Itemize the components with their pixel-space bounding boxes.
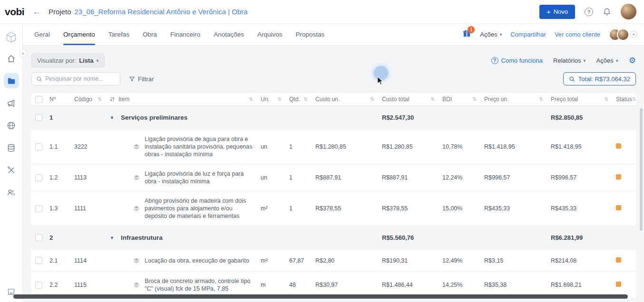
row-checkbox[interactable] [35,205,42,212]
table-row[interactable]: 1.3 1111 Abrigo provisório de madeira co… [31,191,636,226]
tab-financeiro[interactable]: Financeiro [170,24,200,45]
search-box[interactable] [31,72,120,85]
status-badge[interactable] [616,282,621,287]
ver-como-cliente-link[interactable]: Ver como cliente [555,31,600,38]
tabbar: Geral Orçamento Tarefas Obra Financeiro … [23,24,644,46]
chevron-down-icon: ▾ [584,58,586,63]
row-checkbox[interactable] [35,234,42,241]
row-custo-un: R$30,97 [312,275,378,294]
acoes-toolbar-dropdown[interactable]: Ações ▾ [596,57,618,64]
horizontal-scrollbar[interactable] [13,294,628,299]
collapse-icon[interactable]: ▼ [110,114,114,122]
sort-lines-icon[interactable] [109,96,115,102]
group-num: 2 [46,228,70,247]
acoes-dropdown[interactable]: Ações ▾ [480,31,502,38]
table-row[interactable]: 1.2 1113 Ligação provisória de luz e for… [31,164,636,191]
gear-icon[interactable]: ⚙ [629,57,636,65]
gift-icon[interactable]: 1 [462,29,471,40]
total-button[interactable]: Total: R$73.064,32 [563,72,636,85]
sort-icon[interactable]: ⇅ [98,95,102,103]
add-member-button[interactable]: + [630,31,637,38]
tab-orcamento[interactable]: Orçamento [63,24,95,45]
row-checkbox[interactable] [35,143,42,151]
row-num: 1.2 [46,168,70,187]
filtrar-button[interactable]: Filtrar [129,76,154,83]
row-custo-total: R$378,55 [378,199,439,218]
search-input[interactable] [45,76,116,82]
row-bdi: 14,25% [439,275,480,294]
sort-icon[interactable]: ⇅ [278,95,282,103]
back-button[interactable]: ← [32,7,41,17]
finances-icon[interactable] [4,140,19,155]
help-icon[interactable]: ? [585,8,593,16]
row-custo-un: R$378,55 [312,199,378,218]
sort-icon[interactable]: ⇅ [539,95,543,103]
status-badge[interactable] [616,205,621,210]
select-all-checkbox[interactable] [35,96,42,103]
row-un: un [257,168,285,187]
row-preco-total: R$1.418,95 [547,137,612,156]
sort-icon[interactable]: ⇅ [304,95,308,103]
row-num: 1.1 [46,137,70,156]
row-checkbox[interactable] [35,114,42,121]
col-un: Un.⇅ [257,95,285,103]
sort-icon[interactable]: ⇅ [632,95,636,103]
collapse-icon[interactable]: ▼ [110,234,114,242]
group-name: Serviços preliminares [121,114,187,122]
table-header-row: Nº Código⇅ Item ⇅ Un.⇅ Qtd.⇅ Custo un.⇅ … [31,93,636,106]
team-icon[interactable] [4,185,19,200]
row-custo-un: R$2,80 [312,251,378,270]
sort-icon[interactable]: ⇅ [431,95,435,103]
projects-folder-icon[interactable] [4,73,19,88]
row-bdi: 15,00% [439,199,480,218]
member-avatars[interactable]: + [609,28,637,41]
home-icon[interactable] [4,51,19,66]
row-custo-total: R$1.486,44 [378,275,439,294]
col-custo-total: Custo total⇅ [378,95,439,103]
layers-icon [133,143,140,150]
workspace-icon[interactable] [4,28,19,44]
sort-icon[interactable]: ⇅ [371,95,374,103]
new-button[interactable]: + Novo [539,5,575,19]
tab-anotacoes[interactable]: Anotações [214,24,244,45]
magnifier-icon [569,76,575,82]
tab-obra[interactable]: Obra [143,24,157,45]
group-row[interactable]: 1 ▼ Serviços preliminares R$2.547,30 R$2… [31,106,636,130]
sort-icon[interactable]: ⇅ [249,95,253,103]
col-preco-un: Preço un.⇅ [480,95,547,103]
group-row[interactable]: 2 ▼ Infraestrutura R$5.560,76 R$6.281,99 [31,226,636,250]
tools-icon[interactable] [4,162,19,178]
group-custo-total: R$5.560,76 [378,228,439,247]
como-funciona-link[interactable]: ? Como funciona [491,57,543,64]
row-checkbox[interactable] [35,282,42,289]
bell-icon[interactable] [603,8,611,16]
tab-propostas[interactable]: Propostas [295,24,324,45]
row-preco-un: R$1.418,95 [480,137,547,156]
member-avatar[interactable] [617,28,629,41]
project-title-link[interactable]: 23_06_Reforma Residencial Antônio e Verô… [75,8,248,16]
col-num: Nº [46,95,70,103]
row-custo-un: R$887,91 [312,168,378,187]
relatorios-dropdown[interactable]: Relatórios ▾ [553,57,586,64]
globe-icon[interactable] [4,118,19,133]
status-badge[interactable] [616,174,621,179]
row-custo-un: R$1.280,85 [312,137,378,156]
tab-tarefas[interactable]: Tarefas [108,24,129,45]
table-row[interactable]: 2.1 1114 Locação da obra, execução de ga… [31,250,636,272]
vertical-scrollbar[interactable] [640,108,643,231]
row-codigo: 1111 [70,199,106,218]
sort-icon[interactable]: ⇅ [605,95,608,103]
visualizar-por-dropdown[interactable]: Visualizar por: Lista ▾ [31,53,105,67]
megaphone-icon[interactable] [4,95,19,111]
status-badge[interactable] [616,143,621,149]
tab-arquivos[interactable]: Arquivos [257,24,283,45]
row-checkbox[interactable] [35,257,42,264]
table-row[interactable]: 1.1 3222 Ligação provisória de água para… [31,130,636,164]
row-checkbox[interactable] [35,174,42,181]
user-avatar[interactable] [621,4,636,19]
tab-geral[interactable]: Geral [34,24,50,45]
status-badge[interactable] [616,257,621,263]
compartilhar-link[interactable]: Compartilhar [510,31,546,38]
sidebar-expand-toggle[interactable]: » [19,49,27,57]
sort-icon[interactable]: ⇅ [473,95,477,103]
